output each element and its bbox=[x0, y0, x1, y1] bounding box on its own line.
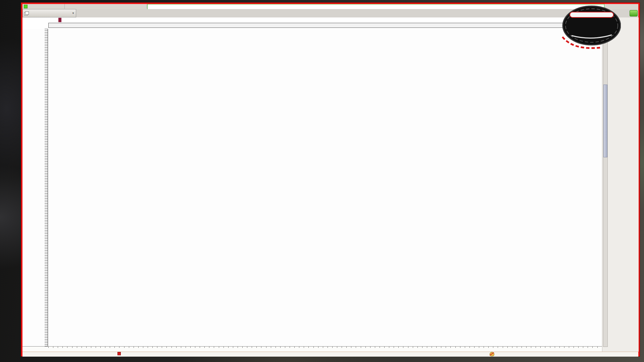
lap-header-strip bbox=[22, 17, 602, 23]
laps-timeline-bar bbox=[22, 4, 638, 9]
scrollbar-thumb[interactable] bbox=[603, 85, 607, 157]
laps-color-swatch bbox=[24, 5, 28, 8]
lap-marker bbox=[58, 18, 61, 22]
time-axis bbox=[22, 346, 602, 352]
desktop-background: ▼ bbox=[0, 0, 644, 362]
alarm-disabled-icon[interactable] bbox=[490, 352, 494, 356]
alarm-status bbox=[490, 352, 496, 356]
workbook-selector[interactable]: ▼ bbox=[22, 9, 76, 17]
chart-stack bbox=[22, 29, 602, 346]
lap-2-segment[interactable] bbox=[147, 4, 604, 9]
track-section-bar bbox=[48, 23, 602, 28]
cursor-marker-icon bbox=[117, 352, 121, 355]
worksheet-tab-bar: ▼ bbox=[22, 9, 638, 18]
pages-icon bbox=[24, 11, 29, 15]
vertical-ruler bbox=[45, 29, 48, 346]
right-toolbar-pane bbox=[602, 17, 639, 352]
confirm-button[interactable] bbox=[630, 10, 638, 16]
chevron-down-icon: ▼ bbox=[72, 12, 75, 15]
vertical-scrollbar[interactable] bbox=[603, 29, 608, 347]
cursor-time-readout bbox=[117, 352, 123, 355]
time-axis-minor-ticks bbox=[48, 347, 602, 348]
telemetry-app-window: ▼ bbox=[21, 3, 640, 356]
status-bar bbox=[22, 352, 638, 357]
worksheet-tabs bbox=[76, 9, 629, 17]
laps-label-cell bbox=[22, 4, 65, 9]
lap-1-segment[interactable] bbox=[65, 4, 147, 9]
